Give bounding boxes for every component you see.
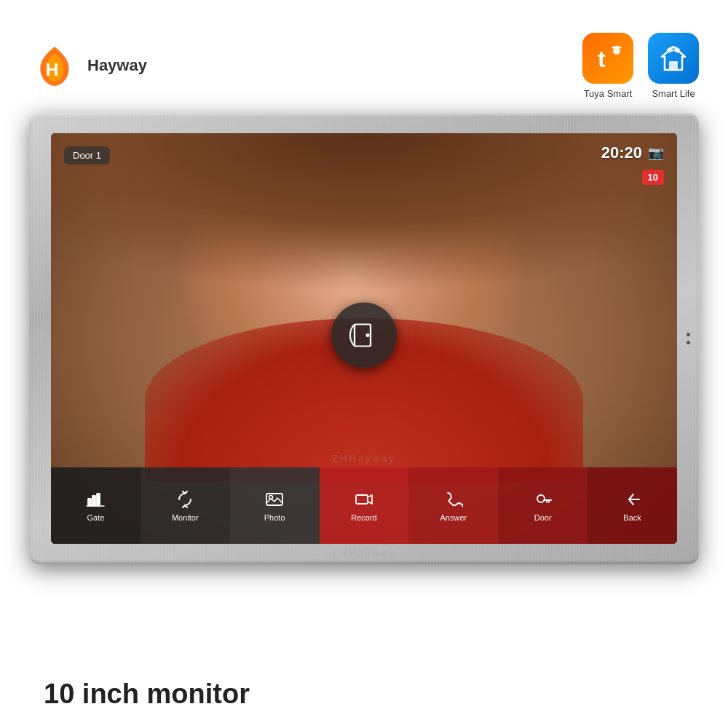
door-label: Door 1 bbox=[64, 146, 110, 165]
svg-text:H: H bbox=[46, 60, 59, 79]
svg-text:t: t bbox=[598, 46, 606, 72]
back-button[interactable]: Back bbox=[587, 467, 677, 544]
monitor-dot-1 bbox=[687, 333, 690, 336]
smart-life-label: Smart Life bbox=[652, 88, 695, 99]
notification-badge: 10 bbox=[642, 170, 664, 185]
door-button[interactable]: Door bbox=[498, 467, 587, 544]
answer-icon bbox=[444, 490, 463, 509]
monitor-icon bbox=[175, 490, 194, 509]
svg-rect-15 bbox=[356, 495, 368, 504]
tuya-icon: t bbox=[582, 33, 633, 84]
back-icon bbox=[623, 490, 642, 509]
hayway-logo-icon: H bbox=[29, 40, 80, 91]
smart-life-logo-svg bbox=[657, 42, 689, 74]
answer-button[interactable]: Answer bbox=[408, 467, 498, 544]
brand-name: Hayway bbox=[87, 56, 147, 75]
watermark-top: ZHHayway bbox=[332, 119, 396, 130]
svg-rect-11 bbox=[97, 494, 100, 506]
svg-point-16 bbox=[537, 495, 545, 502]
screenshot-icon: 📷 bbox=[648, 145, 664, 161]
door-unlock-button[interactable] bbox=[331, 303, 397, 368]
svg-rect-13 bbox=[266, 494, 282, 505]
door-label-btn: Door bbox=[534, 513, 552, 522]
svg-point-2 bbox=[613, 47, 620, 55]
monitor-dots bbox=[687, 333, 690, 344]
screen: Door 1 20:20 📷 10 bbox=[51, 133, 677, 544]
gate-button[interactable]: Gate bbox=[51, 467, 141, 544]
svg-rect-10 bbox=[92, 496, 95, 506]
gate-icon bbox=[86, 490, 105, 509]
tuya-label: Tuya Smart bbox=[584, 88, 633, 99]
door-unlock-icon bbox=[347, 319, 381, 352]
record-label: Record bbox=[351, 513, 376, 522]
svg-rect-4 bbox=[669, 61, 678, 70]
record-button[interactable]: Record bbox=[320, 467, 409, 544]
bottom-toolbar: Gate Monitor bbox=[51, 467, 677, 544]
svg-rect-9 bbox=[88, 499, 91, 506]
monitor-wrapper: ZHHayway Door 1 20:20 📷 10 bbox=[29, 113, 699, 564]
monitor-button[interactable]: Monitor bbox=[141, 467, 230, 544]
smart-life-badge: Smart Life bbox=[648, 33, 699, 99]
app-badges: t Tuya Smart Smart Life bbox=[582, 33, 699, 99]
gate-label: Gate bbox=[87, 513, 105, 522]
hayway-logo: H Hayway bbox=[29, 40, 147, 91]
answer-label: Answer bbox=[440, 513, 467, 522]
photo-button[interactable]: Photo bbox=[230, 467, 320, 544]
monitor-bezel: Door 1 20:20 📷 10 bbox=[51, 133, 677, 544]
photo-icon bbox=[265, 490, 284, 509]
time-display: 20:20 📷 bbox=[601, 143, 664, 162]
svg-point-8 bbox=[366, 333, 370, 337]
monitor-dot-2 bbox=[687, 341, 690, 344]
monitor-frame: ZHHayway Door 1 20:20 📷 10 bbox=[29, 113, 699, 564]
back-label: Back bbox=[623, 513, 641, 522]
product-description: 10 inch monitor bbox=[44, 678, 250, 710]
tuya-logo-svg: t bbox=[592, 42, 624, 74]
door-icon bbox=[534, 490, 553, 509]
frame-watermark-bottom: ZHHayway bbox=[332, 547, 396, 558]
smart-life-icon bbox=[648, 33, 699, 84]
record-icon bbox=[355, 490, 373, 509]
photo-label: Photo bbox=[264, 513, 285, 522]
header: H Hayway t Tuya Smart bbox=[0, 0, 728, 131]
time-text: 20:20 bbox=[601, 143, 642, 162]
tuya-badge: t Tuya Smart bbox=[582, 33, 633, 99]
monitor-label: Monitor bbox=[172, 513, 199, 522]
